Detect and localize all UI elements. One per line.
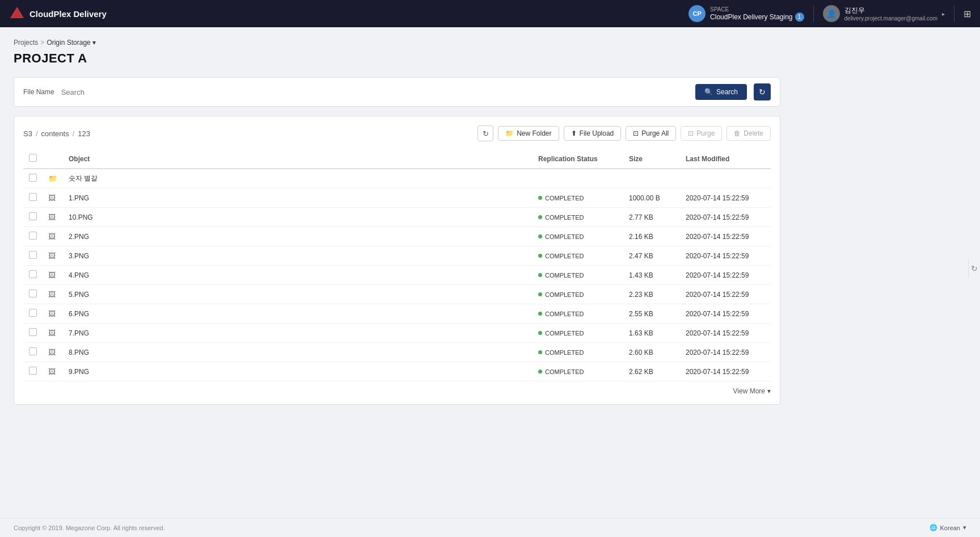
file-table: Object Replication Status Size Last Modi…: [23, 149, 771, 381]
search-bar: File Name 🔍 Search ↻: [14, 77, 780, 107]
file-name[interactable]: 4.PNG: [63, 266, 533, 285]
purge-button[interactable]: ⊡ Purge: [681, 126, 722, 141]
file-name[interactable]: 6.PNG: [63, 304, 533, 324]
file-status: COMPLETED: [533, 227, 623, 246]
row-checkbox[interactable]: [23, 304, 43, 324]
file-icon: 🖼: [48, 194, 56, 202]
sync-icon[interactable]: ↻: [971, 264, 978, 273]
table-row[interactable]: 🖼 6.PNG COMPLETED 2.55 KB 2020-07-14 15:…: [23, 304, 771, 324]
new-folder-button[interactable]: 📁 New Folder: [498, 126, 559, 141]
purge-all-icon: ⊡: [633, 129, 639, 137]
space-avatar: CP: [688, 5, 706, 22]
refresh-button[interactable]: ↻: [478, 125, 493, 141]
grid-icon[interactable]: ⊞: [964, 9, 971, 19]
file-icon: 🖼: [48, 251, 56, 260]
language-selector[interactable]: 🌐 Korean ▾: [930, 524, 966, 531]
divider: [813, 5, 814, 22]
table-row[interactable]: 🖼 9.PNG COMPLETED 2.62 KB 2020-07-14 15:…: [23, 362, 771, 381]
logo-text: CloudPlex Delivery: [29, 9, 107, 19]
row-checkbox[interactable]: [23, 169, 43, 188]
row-checkbox[interactable]: [23, 208, 43, 227]
breadcrumb-dropdown-icon: ▾: [92, 39, 96, 47]
breadcrumb-projects[interactable]: Projects: [14, 39, 38, 47]
file-size: 2.60 KB: [623, 343, 680, 362]
logo[interactable]: CloudPlex Delivery: [9, 6, 107, 22]
folder-name[interactable]: 숫자 별갈: [63, 169, 533, 188]
status-dot: [538, 312, 542, 316]
header-icons: ⊞: [964, 9, 971, 19]
space-label: SPACE: [710, 6, 804, 12]
space-selector[interactable]: CP SPACE CloudPlex Delivery Staging 1: [688, 5, 804, 22]
copyright: Copyright © 2019. Megazone Corp. All rig…: [14, 525, 165, 531]
file-name[interactable]: 3.PNG: [63, 246, 533, 266]
file-icon: 🖼: [48, 367, 56, 376]
row-checkbox[interactable]: [23, 343, 43, 362]
file-name[interactable]: 5.PNG: [63, 285, 533, 304]
table-row[interactable]: 🖼 7.PNG COMPLETED 1.63 KB 2020-07-14 15:…: [23, 324, 771, 343]
table-row[interactable]: 🖼 8.PNG COMPLETED 2.60 KB 2020-07-14 15:…: [23, 343, 771, 362]
file-name[interactable]: 8.PNG: [63, 343, 533, 362]
row-checkbox[interactable]: [23, 362, 43, 381]
status-dot: [538, 331, 542, 335]
path-actions: ↻ 📁 New Folder ⬆ File Upload ⊡ Purge All…: [478, 125, 771, 141]
path-contents: contents: [41, 129, 69, 138]
row-checkbox[interactable]: [23, 246, 43, 266]
breadcrumb-current[interactable]: Origin Storage ▾: [47, 39, 95, 47]
file-name[interactable]: 2.PNG: [63, 227, 533, 246]
file-date: 2020-07-14 15:22:59: [680, 285, 771, 304]
row-checkbox[interactable]: [23, 266, 43, 285]
row-icon: 🖼: [43, 304, 63, 324]
file-status: COMPLETED: [533, 246, 623, 266]
file-status: COMPLETED: [533, 208, 623, 227]
search-button[interactable]: 🔍 Search: [695, 84, 747, 100]
row-icon: 🖼: [43, 188, 63, 208]
file-upload-button[interactable]: ⬆ File Upload: [564, 126, 622, 141]
lang-chevron-icon: ▾: [963, 524, 966, 531]
select-all-checkbox[interactable]: [29, 154, 37, 162]
status-text: COMPLETED: [545, 214, 584, 221]
row-checkbox[interactable]: [23, 324, 43, 343]
status-text: COMPLETED: [545, 291, 584, 298]
purge-all-button[interactable]: ⊡ Purge All: [626, 126, 676, 141]
status-text: COMPLETED: [545, 195, 584, 202]
delete-button[interactable]: 🗑 Delete: [726, 126, 771, 141]
upload-icon: ⬆: [571, 129, 577, 137]
file-date: 2020-07-14 15:22:59: [680, 208, 771, 227]
search-input[interactable]: [61, 88, 688, 97]
file-size: 1.63 KB: [623, 324, 680, 343]
file-name[interactable]: 10.PNG: [63, 208, 533, 227]
file-date: 2020-07-14 15:22:59: [680, 246, 771, 266]
right-edge-panel: ↻: [968, 259, 980, 278]
table-row[interactable]: 🖼 5.PNG COMPLETED 2.23 KB 2020-07-14 15:…: [23, 285, 771, 304]
header: CloudPlex Delivery CP SPACE CloudPlex De…: [0, 0, 980, 27]
path-bar: S3 / contents / 123 ↻ 📁 New Folder ⬆ Fil…: [23, 125, 771, 141]
file-size: 2.77 KB: [623, 208, 680, 227]
file-size: 2.47 KB: [623, 246, 680, 266]
table-row[interactable]: 🖼 1.PNG COMPLETED 1000.00 B 2020-07-14 1…: [23, 188, 771, 208]
file-name[interactable]: 9.PNG: [63, 362, 533, 381]
table-row[interactable]: 🖼 10.PNG COMPLETED 2.77 KB 2020-07-14 15…: [23, 208, 771, 227]
view-more-button[interactable]: View More ▾: [733, 387, 771, 395]
file-size: 2.62 KB: [623, 362, 680, 381]
view-more-row: View More ▾: [23, 381, 771, 395]
header-date-col: Last Modified: [680, 149, 771, 169]
table-row[interactable]: 📁 숫자 별갈: [23, 169, 771, 188]
file-date: 2020-07-14 15:22:59: [680, 362, 771, 381]
file-size: 1000.00 B: [623, 188, 680, 208]
table-row[interactable]: 🖼 4.PNG COMPLETED 1.43 KB 2020-07-14 15:…: [23, 266, 771, 285]
file-name[interactable]: 1.PNG: [63, 188, 533, 208]
table-row[interactable]: 🖼 3.PNG COMPLETED 2.47 KB 2020-07-14 15:…: [23, 246, 771, 266]
status-text: COMPLETED: [545, 233, 584, 240]
file-name[interactable]: 7.PNG: [63, 324, 533, 343]
space-indicator: 1: [795, 12, 804, 22]
row-checkbox[interactable]: [23, 227, 43, 246]
search-refresh-button[interactable]: ↻: [754, 83, 771, 100]
row-checkbox[interactable]: [23, 188, 43, 208]
table-header: Object Replication Status Size Last Modi…: [23, 149, 771, 169]
header-status-col: Replication Status: [533, 149, 623, 169]
status-text: COMPLETED: [545, 349, 584, 356]
file-status: COMPLETED: [533, 343, 623, 362]
row-checkbox[interactable]: [23, 285, 43, 304]
user-menu[interactable]: 👤 김진우 delivery.project.manager@gmail.com…: [823, 5, 945, 22]
table-row[interactable]: 🖼 2.PNG COMPLETED 2.16 KB 2020-07-14 15:…: [23, 227, 771, 246]
